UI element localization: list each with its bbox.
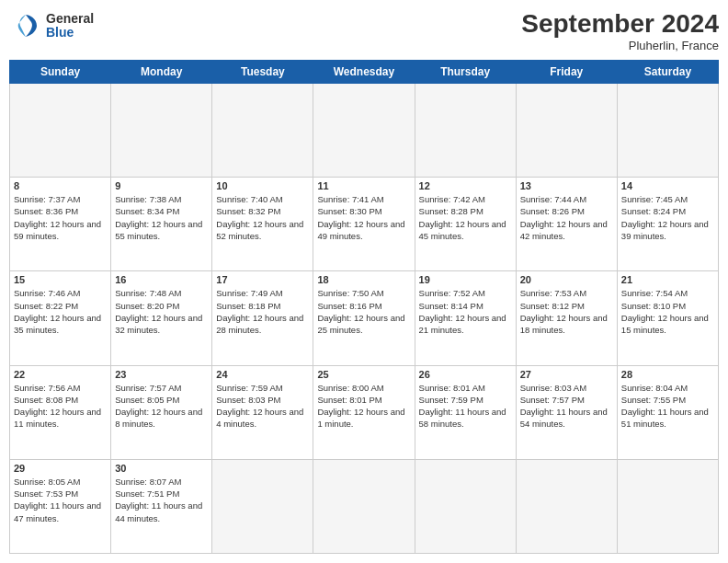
- sunrise-text: Sunrise: 7:48 AM: [115, 287, 208, 299]
- day-number: 27: [520, 369, 613, 380]
- calendar-cell: 21Sunrise: 7:54 AMSunset: 8:10 PMDayligh…: [617, 271, 718, 365]
- calendar-cell: [516, 459, 617, 553]
- sunrise-text: Sunrise: 7:42 AM: [419, 193, 512, 205]
- month-title: September 2024: [521, 9, 719, 39]
- location: Pluherlin, France: [521, 39, 719, 52]
- daylight-text: Daylight: 12 hours and 35 minutes.: [14, 312, 107, 337]
- daylight-text: Daylight: 12 hours and 55 minutes.: [115, 218, 208, 243]
- calendar-cell: [415, 84, 516, 178]
- day-header-saturday: Saturday: [617, 61, 718, 84]
- sunrise-text: Sunrise: 8:01 AM: [419, 382, 512, 394]
- day-number: 22: [14, 369, 107, 380]
- calendar-cell: 23Sunrise: 7:57 AMSunset: 8:05 PMDayligh…: [111, 365, 212, 459]
- day-number: 24: [216, 369, 309, 380]
- calendar-cell: 26Sunrise: 8:01 AMSunset: 7:59 PMDayligh…: [415, 365, 516, 459]
- day-number: 12: [419, 180, 512, 191]
- sunrise-text: Sunrise: 8:05 AM: [14, 476, 107, 488]
- day-number: 15: [14, 274, 107, 285]
- day-info: Sunrise: 7:48 AMSunset: 8:20 PMDaylight:…: [115, 287, 208, 336]
- sunrise-text: Sunrise: 7:54 AM: [621, 287, 714, 299]
- sunset-text: Sunset: 7:53 PM: [14, 488, 107, 500]
- sunset-text: Sunset: 8:14 PM: [419, 300, 512, 312]
- header: General Blue September 2024 Pluherlin, F…: [9, 9, 719, 52]
- calendar-cell: [212, 459, 313, 553]
- day-info: Sunrise: 7:54 AMSunset: 8:10 PMDaylight:…: [621, 287, 714, 336]
- day-info: Sunrise: 7:46 AMSunset: 8:22 PMDaylight:…: [14, 287, 107, 336]
- calendar-cell: [10, 84, 111, 178]
- day-info: Sunrise: 7:49 AMSunset: 8:18 PMDaylight:…: [216, 287, 309, 336]
- day-number: 20: [520, 274, 613, 285]
- calendar-cell: 25Sunrise: 8:00 AMSunset: 8:01 PMDayligh…: [313, 365, 415, 459]
- day-number: 9: [115, 180, 208, 191]
- sunset-text: Sunset: 7:55 PM: [621, 394, 714, 406]
- day-info: Sunrise: 7:40 AMSunset: 8:32 PMDaylight:…: [216, 193, 309, 242]
- day-info: Sunrise: 7:38 AMSunset: 8:34 PMDaylight:…: [115, 193, 208, 242]
- sunset-text: Sunset: 8:10 PM: [621, 300, 714, 312]
- day-info: Sunrise: 7:57 AMSunset: 8:05 PMDaylight:…: [115, 382, 208, 431]
- sunrise-text: Sunrise: 7:44 AM: [520, 193, 613, 205]
- day-info: Sunrise: 8:04 AMSunset: 7:55 PMDaylight:…: [621, 382, 714, 431]
- calendar-cell: 24Sunrise: 7:59 AMSunset: 8:03 PMDayligh…: [212, 365, 313, 459]
- sunrise-text: Sunrise: 7:41 AM: [317, 193, 410, 205]
- sunset-text: Sunset: 8:26 PM: [520, 205, 613, 217]
- sunrise-text: Sunrise: 7:50 AM: [317, 287, 410, 299]
- calendar-table: SundayMondayTuesdayWednesdayThursdayFrid…: [9, 60, 719, 554]
- sunrise-text: Sunrise: 8:03 AM: [520, 382, 613, 394]
- calendar-cell: [415, 459, 516, 553]
- sunrise-text: Sunrise: 7:40 AM: [216, 193, 309, 205]
- sunrise-text: Sunrise: 7:49 AM: [216, 287, 309, 299]
- sunrise-text: Sunrise: 8:04 AM: [621, 382, 714, 394]
- calendar-cell: 30Sunrise: 8:07 AMSunset: 7:51 PMDayligh…: [111, 459, 212, 553]
- daylight-text: Daylight: 12 hours and 45 minutes.: [419, 218, 512, 243]
- page: General Blue September 2024 Pluherlin, F…: [0, 0, 728, 563]
- day-info: Sunrise: 7:42 AMSunset: 8:28 PMDaylight:…: [419, 193, 512, 242]
- sunset-text: Sunset: 7:51 PM: [115, 488, 208, 500]
- daylight-text: Daylight: 12 hours and 11 minutes.: [14, 406, 107, 431]
- sunset-text: Sunset: 8:36 PM: [14, 205, 107, 217]
- sunrise-text: Sunrise: 7:38 AM: [115, 193, 208, 205]
- day-info: Sunrise: 7:59 AMSunset: 8:03 PMDaylight:…: [216, 382, 309, 431]
- daylight-text: Daylight: 12 hours and 21 minutes.: [419, 312, 512, 337]
- day-info: Sunrise: 8:05 AMSunset: 7:53 PMDaylight:…: [14, 476, 107, 524]
- daylight-text: Daylight: 12 hours and 52 minutes.: [216, 218, 309, 243]
- daylight-text: Daylight: 11 hours and 58 minutes.: [419, 406, 512, 431]
- sunrise-text: Sunrise: 7:46 AM: [14, 287, 107, 299]
- day-header-monday: Monday: [111, 61, 212, 84]
- sunrise-text: Sunrise: 8:00 AM: [317, 382, 410, 394]
- calendar-cell: 13Sunrise: 7:44 AMSunset: 8:26 PMDayligh…: [516, 178, 617, 271]
- calendar-cell: 16Sunrise: 7:48 AMSunset: 8:20 PMDayligh…: [111, 271, 212, 365]
- calendar-cell: 14Sunrise: 7:45 AMSunset: 8:24 PMDayligh…: [617, 178, 718, 271]
- daylight-text: Daylight: 12 hours and 49 minutes.: [317, 218, 410, 243]
- sunset-text: Sunset: 8:32 PM: [216, 205, 309, 217]
- day-number: 21: [621, 274, 714, 285]
- day-number: 19: [419, 274, 512, 285]
- daylight-text: Daylight: 12 hours and 4 minutes.: [216, 406, 309, 431]
- sunrise-text: Sunrise: 7:52 AM: [419, 287, 512, 299]
- daylight-text: Daylight: 12 hours and 1 minute.: [317, 406, 410, 431]
- daylight-text: Daylight: 12 hours and 39 minutes.: [621, 218, 714, 243]
- sunset-text: Sunset: 8:28 PM: [419, 205, 512, 217]
- sunset-text: Sunset: 8:30 PM: [317, 205, 410, 217]
- logo: General Blue: [9, 9, 94, 42]
- calendar-cell: 11Sunrise: 7:41 AMSunset: 8:30 PMDayligh…: [313, 178, 415, 271]
- sunset-text: Sunset: 8:34 PM: [115, 205, 208, 217]
- calendar-cell: [617, 459, 718, 553]
- calendar-cell: 15Sunrise: 7:46 AMSunset: 8:22 PMDayligh…: [10, 271, 111, 365]
- daylight-text: Daylight: 12 hours and 59 minutes.: [14, 218, 107, 243]
- sunset-text: Sunset: 8:05 PM: [115, 394, 208, 406]
- daylight-text: Daylight: 12 hours and 32 minutes.: [115, 312, 208, 337]
- day-number: 14: [621, 180, 714, 191]
- day-info: Sunrise: 7:53 AMSunset: 8:12 PMDaylight:…: [520, 287, 613, 336]
- logo-text-block: General Blue: [46, 12, 94, 40]
- day-number: 26: [419, 369, 512, 380]
- sunrise-text: Sunrise: 7:56 AM: [14, 382, 107, 394]
- daylight-text: Daylight: 12 hours and 42 minutes.: [520, 218, 613, 243]
- daylight-text: Daylight: 11 hours and 51 minutes.: [621, 406, 714, 431]
- day-info: Sunrise: 8:00 AMSunset: 8:01 PMDaylight:…: [317, 382, 410, 431]
- calendar-cell: [313, 84, 415, 178]
- sunrise-text: Sunrise: 7:45 AM: [621, 193, 714, 205]
- calendar-cell: 19Sunrise: 7:52 AMSunset: 8:14 PMDayligh…: [415, 271, 516, 365]
- sunset-text: Sunset: 7:57 PM: [520, 394, 613, 406]
- calendar-cell: 22Sunrise: 7:56 AMSunset: 8:08 PMDayligh…: [10, 365, 111, 459]
- sunset-text: Sunset: 8:03 PM: [216, 394, 309, 406]
